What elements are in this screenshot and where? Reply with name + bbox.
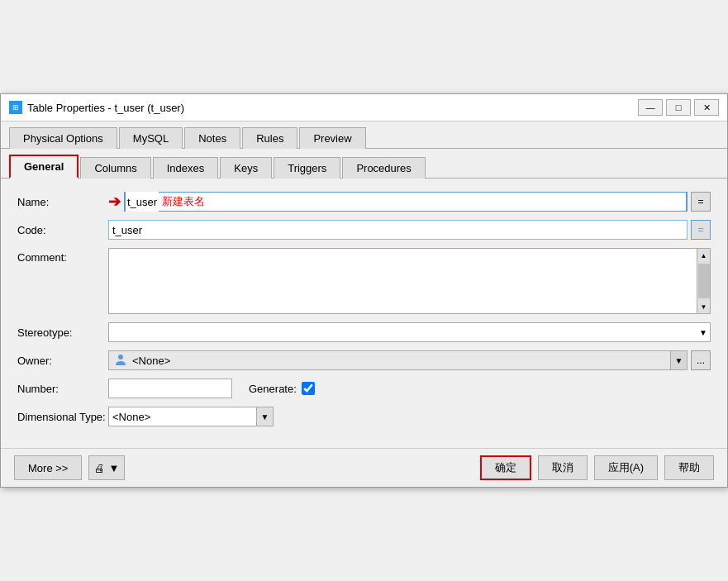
arrow-indicator: ➔: [108, 193, 121, 211]
dim-type-label: Dimensional Type:: [17, 411, 108, 423]
tabs-row2-container: General Columns Indexes Keys Triggers Pr…: [1, 149, 727, 179]
svg-point-0: [118, 355, 123, 360]
dim-dropdown-button[interactable]: ▼: [256, 407, 273, 426]
minimize-button[interactable]: —: [638, 99, 663, 116]
dim-select-container[interactable]: <None> ▼: [108, 407, 274, 426]
stereotype-label: Stereotype:: [17, 326, 108, 339]
save-dropdown-button[interactable]: 🖨 ▼: [88, 455, 125, 480]
tab-preview[interactable]: Preview: [299, 127, 365, 149]
code-label: Code:: [17, 224, 108, 236]
dim-type-row: Dimensional Type: <None> ▼: [17, 407, 711, 426]
stereotype-row: Stereotype: ▼: [17, 322, 711, 342]
tab-rules[interactable]: Rules: [242, 127, 297, 149]
comment-textarea[interactable]: [108, 248, 697, 314]
comment-scrollbar: ▲ ▼: [697, 248, 711, 314]
name-prefix: t_user: [126, 192, 159, 212]
name-row: Name: ➔ t_user =: [17, 192, 711, 212]
owner-select-container[interactable]: <None> ▼: [108, 350, 688, 370]
comment-label: Comment:: [17, 248, 108, 264]
scroll-thumb: [698, 264, 710, 298]
generate-label: Generate:: [249, 383, 297, 395]
title-bar: ⊞ Table Properties - t_user (t_user) — □…: [1, 94, 727, 121]
cancel-button[interactable]: 取消: [538, 455, 588, 480]
person-svg: [114, 354, 127, 367]
save-dropdown-arrow: ▼: [108, 462, 119, 474]
tab-triggers[interactable]: Triggers: [274, 157, 340, 179]
more-button[interactable]: More >>: [14, 455, 82, 480]
owner-ellipsis-button[interactable]: ...: [691, 350, 711, 370]
ok-button[interactable]: 确定: [480, 455, 531, 480]
tab-procedures[interactable]: Procedures: [342, 157, 425, 179]
tab-physical-options[interactable]: Physical Options: [9, 127, 117, 149]
dim-type-value: <None>: [109, 411, 256, 423]
scroll-down[interactable]: ▼: [697, 300, 710, 313]
apply-button[interactable]: 应用(A): [594, 455, 658, 480]
owner-row: Owner: <None> ▼ ...: [17, 350, 711, 370]
owner-wrap: <None> ▼ ...: [108, 350, 711, 370]
comment-textarea-wrap: ▲ ▼: [108, 248, 711, 314]
tab-columns[interactable]: Columns: [80, 157, 150, 179]
tab-indexes[interactable]: Indexes: [153, 157, 219, 179]
owner-dropdown-button[interactable]: ▼: [670, 351, 687, 369]
code-eq-button[interactable]: =: [691, 220, 711, 240]
footer: More >> 🖨 ▼ 确定 取消 应用(A) 帮助: [1, 448, 727, 487]
owner-label: Owner:: [17, 355, 108, 367]
tabs-row1: Physical Options MySQL Notes Rules Previ…: [1, 121, 727, 148]
number-input[interactable]: [108, 379, 232, 398]
tab-mysql[interactable]: MySQL: [119, 127, 183, 149]
close-button[interactable]: ✕: [694, 99, 719, 116]
number-and-generate: Generate:: [108, 379, 315, 398]
scroll-up[interactable]: ▲: [697, 249, 710, 262]
main-window: ⊞ Table Properties - t_user (t_user) — □…: [0, 93, 728, 488]
number-label: Number:: [17, 383, 108, 395]
tabs-row1-container: Physical Options MySQL Notes Rules Previ…: [1, 121, 727, 149]
generate-checkbox[interactable]: [302, 382, 315, 395]
name-input-wrap: t_user: [124, 192, 688, 212]
window-title: Table Properties - t_user (t_user): [27, 102, 184, 114]
person-icon: [112, 352, 129, 369]
save-icon: 🖨: [94, 462, 105, 474]
tabs-row2: General Columns Indexes Keys Triggers Pr…: [1, 149, 727, 178]
comment-row: Comment: ▲ ▼: [17, 248, 711, 314]
generate-wrap: Generate:: [249, 382, 315, 395]
number-row: Number: Generate:: [17, 379, 711, 398]
tab-notes[interactable]: Notes: [184, 127, 240, 149]
form-content: Name: ➔ t_user = Code: = Comment: ▲ ▼: [1, 179, 727, 448]
help-button[interactable]: 帮助: [664, 455, 714, 480]
name-label: Name:: [17, 196, 108, 208]
code-input[interactable]: [108, 220, 688, 240]
title-controls: — □ ✕: [638, 99, 719, 116]
code-row: Code: =: [17, 220, 711, 240]
tab-general[interactable]: General: [9, 155, 79, 179]
name-eq-button[interactable]: =: [691, 192, 711, 212]
title-bar-left: ⊞ Table Properties - t_user (t_user): [9, 101, 184, 114]
name-input[interactable]: [159, 193, 686, 211]
stereotype-select[interactable]: [108, 322, 711, 342]
tab-keys[interactable]: Keys: [220, 157, 272, 179]
owner-value: <None>: [132, 355, 670, 367]
window-icon: ⊞: [9, 101, 22, 114]
maximize-button[interactable]: □: [666, 99, 691, 116]
stereotype-select-wrap: ▼: [108, 322, 711, 342]
